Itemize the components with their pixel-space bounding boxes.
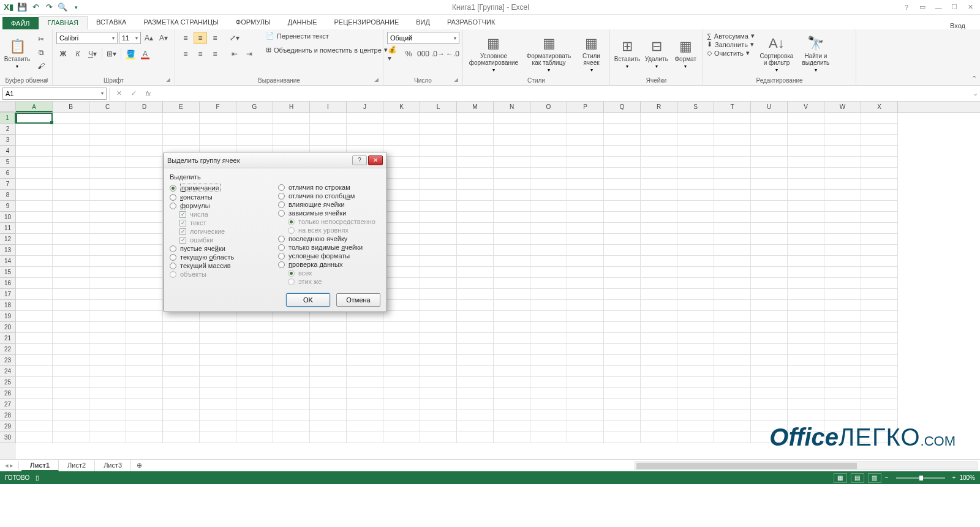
cell[interactable] <box>53 300 89 311</box>
cell[interactable] <box>89 289 126 300</box>
cell[interactable] <box>530 113 567 124</box>
cell[interactable] <box>677 333 714 344</box>
cell[interactable] <box>89 388 126 399</box>
row-header[interactable]: 9 <box>0 201 16 212</box>
horizontal-scrollbar[interactable] <box>635 462 978 470</box>
cell[interactable] <box>16 344 53 355</box>
sheet-tab[interactable]: Лист2 <box>59 460 95 471</box>
cell[interactable] <box>420 311 457 322</box>
cell[interactable] <box>53 289 89 300</box>
cell[interactable] <box>567 333 604 344</box>
cell[interactable] <box>714 355 751 366</box>
cell[interactable] <box>677 410 714 421</box>
column-header[interactable]: A <box>16 102 53 112</box>
cell[interactable] <box>494 256 530 267</box>
cell[interactable] <box>420 333 457 344</box>
cell[interactable] <box>751 168 788 179</box>
cell[interactable] <box>420 190 457 201</box>
cell[interactable] <box>530 311 567 322</box>
cell-styles-button[interactable]: ▦Стили ячеек▾ <box>577 32 606 76</box>
cell[interactable] <box>714 201 751 212</box>
row-header[interactable]: 26 <box>0 388 16 399</box>
font-size-combo[interactable]: 11▾ <box>119 32 141 44</box>
cell[interactable] <box>677 421 714 432</box>
cell[interactable] <box>604 157 641 168</box>
row-header[interactable]: 7 <box>0 179 16 190</box>
cell[interactable] <box>494 311 530 322</box>
cell[interactable] <box>347 311 383 322</box>
cell[interactable] <box>494 212 530 223</box>
cell[interactable] <box>383 124 420 135</box>
cell[interactable] <box>494 289 530 300</box>
cell[interactable] <box>530 212 567 223</box>
column-header[interactable]: I <box>310 102 347 112</box>
cell[interactable] <box>824 322 861 333</box>
cell[interactable] <box>641 344 677 355</box>
sheet-nav-prev-icon[interactable]: ◂ <box>5 462 9 469</box>
cell[interactable] <box>530 223 567 234</box>
cell[interactable] <box>16 333 53 344</box>
cell[interactable] <box>714 168 751 179</box>
cell[interactable] <box>751 135 788 146</box>
cell[interactable] <box>567 278 604 289</box>
cell[interactable] <box>861 146 898 157</box>
cell[interactable] <box>567 410 604 421</box>
launcher-icon[interactable]: ◢ <box>374 77 382 84</box>
cell[interactable] <box>530 245 567 256</box>
insert-cells-button[interactable]: ⊞Вставить▾ <box>614 32 641 76</box>
row-header[interactable]: 13 <box>0 245 16 256</box>
italic-icon[interactable]: К <box>71 48 85 60</box>
cell[interactable] <box>641 278 677 289</box>
cell[interactable] <box>383 168 420 179</box>
cell[interactable] <box>310 388 347 399</box>
column-header[interactable]: T <box>714 102 751 112</box>
cell[interactable] <box>163 311 200 322</box>
cell[interactable] <box>126 300 163 311</box>
row-header[interactable]: 22 <box>0 344 16 355</box>
cell[interactable] <box>788 256 824 267</box>
cell[interactable] <box>53 245 89 256</box>
cell[interactable] <box>677 322 714 333</box>
cell[interactable] <box>714 190 751 201</box>
cell[interactable] <box>530 157 567 168</box>
cell[interactable] <box>861 245 898 256</box>
cell[interactable] <box>200 344 236 355</box>
cell[interactable] <box>861 201 898 212</box>
cell[interactable] <box>861 179 898 190</box>
cell[interactable] <box>347 377 383 388</box>
cell[interactable] <box>677 344 714 355</box>
cell[interactable] <box>126 344 163 355</box>
cell[interactable] <box>420 278 457 289</box>
cell[interactable] <box>126 124 163 135</box>
cell[interactable] <box>861 157 898 168</box>
cell[interactable] <box>567 289 604 300</box>
cell[interactable] <box>824 289 861 300</box>
cell[interactable] <box>751 399 788 410</box>
cell[interactable] <box>641 267 677 278</box>
column-header[interactable]: O <box>530 102 567 112</box>
cell[interactable] <box>567 146 604 157</box>
cell[interactable] <box>53 256 89 267</box>
cell[interactable] <box>457 179 494 190</box>
cell[interactable] <box>714 300 751 311</box>
cell[interactable] <box>16 311 53 322</box>
column-header[interactable]: H <box>273 102 310 112</box>
cell[interactable] <box>53 399 89 410</box>
cell[interactable] <box>457 190 494 201</box>
cell[interactable] <box>383 223 420 234</box>
cell[interactable] <box>824 113 861 124</box>
cell[interactable] <box>126 234 163 245</box>
cell[interactable] <box>494 432 530 443</box>
cell[interactable] <box>53 410 89 421</box>
cell[interactable] <box>16 212 53 223</box>
cell[interactable] <box>677 355 714 366</box>
tab-вставка[interactable]: ВСТАВКА <box>88 16 135 29</box>
cell[interactable] <box>53 432 89 443</box>
row-header[interactable]: 14 <box>0 256 16 267</box>
cell[interactable] <box>53 366 89 377</box>
cell[interactable] <box>16 300 53 311</box>
cell[interactable] <box>420 322 457 333</box>
cell[interactable] <box>530 300 567 311</box>
cell[interactable] <box>236 333 273 344</box>
cell[interactable] <box>89 421 126 432</box>
